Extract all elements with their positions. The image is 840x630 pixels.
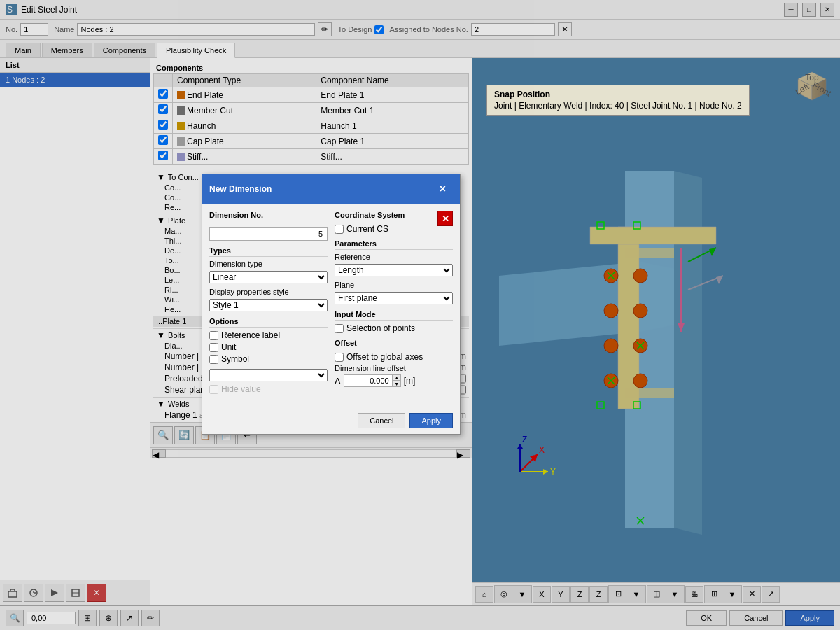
modal-close-button[interactable]: ×: [433, 178, 453, 200]
plane-row: Plane: [335, 281, 453, 289]
modal-body: Dimension No. Types Dimension type Linea…: [202, 204, 460, 407]
new-dimension-dialog: New Dimension × Dimension No.: [202, 174, 461, 435]
modal-left-col: Dimension No. Types Dimension type Linea…: [209, 211, 328, 400]
offset-global-label: Offset to global axes: [346, 352, 423, 362]
hide-value-label-text: Hide value: [221, 384, 261, 394]
dim-line-offset-row: Dimension line offset: [335, 364, 453, 372]
modal-overlay: New Dimension × Dimension No.: [0, 0, 840, 630]
ref-label-row: Reference label: [209, 330, 328, 340]
modal-title-text: New Dimension: [209, 184, 272, 194]
types-title: Types: [209, 246, 328, 257]
dim-line-offset-label: Dimension line offset: [335, 364, 412, 372]
display-style-select[interactable]: Style 1 Style 2: [209, 299, 328, 312]
reference-label: Reference: [335, 253, 412, 261]
modal-right-col: ✕ Coordinate System Current CS Parameter…: [335, 211, 453, 400]
unit-label-text: Unit: [221, 342, 236, 352]
reference-select[interactable]: Length Angle: [335, 264, 453, 276]
dimension-type-label: Dimension type: [209, 260, 286, 268]
symbol-row: Symbol: [209, 354, 328, 364]
dim-line-offset-input-row: Δ ▲ ▼ [m]: [335, 374, 453, 387]
dimension-type-select[interactable]: Linear Angular Arc: [209, 271, 328, 284]
options-section: Options Reference label Unit Symbol: [209, 317, 328, 394]
unit-row: Unit: [209, 342, 328, 352]
current-cs-label: Current CS: [346, 224, 388, 234]
reference-row: Reference: [335, 253, 453, 261]
hide-value-row: Hide value: [209, 384, 328, 394]
unit-checkbox[interactable]: [209, 343, 218, 352]
plane-select[interactable]: First plane Second plane: [335, 292, 453, 304]
hide-value-checkbox[interactable]: [209, 385, 218, 394]
selection-points-row: Selection of points: [335, 323, 453, 333]
dimension-no-title: Dimension No.: [209, 211, 328, 221]
offset-spin-buttons: ▲ ▼: [393, 374, 401, 387]
current-cs-row: Current CS: [335, 224, 453, 234]
modal-two-col: Dimension No. Types Dimension type Linea…: [209, 211, 453, 400]
offset-spin-up[interactable]: ▲: [393, 374, 401, 381]
modal-cancel-button[interactable]: Cancel: [358, 413, 405, 428]
modal-footer: Cancel Apply: [202, 407, 460, 434]
offset-input-group: ▲ ▼: [344, 374, 401, 387]
offset-spin-down[interactable]: ▼: [393, 381, 401, 387]
parameter-delete-button[interactable]: ✕: [438, 211, 453, 226]
current-cs-checkbox[interactable]: [335, 225, 344, 234]
coord-sys-title: Coordinate System: [335, 211, 453, 221]
input-mode-title: Input Mode: [335, 310, 453, 321]
display-style-label: Display properties style: [209, 288, 289, 296]
offset-global-checkbox[interactable]: [335, 353, 344, 362]
parameters-title: Parameters: [335, 239, 453, 250]
symbol-label-text: Symbol: [221, 354, 249, 364]
display-style-row: Display properties style: [209, 288, 328, 296]
ref-label-checkbox[interactable]: [209, 331, 218, 340]
symbol-checkbox[interactable]: [209, 355, 218, 364]
options-title: Options: [209, 317, 328, 328]
offset-section: Offset Offset to global axes Dimension l…: [335, 339, 453, 387]
dimension-no-input[interactable]: [209, 227, 328, 241]
input-mode-section: Input Mode Selection of points: [335, 310, 453, 333]
ref-label-text: Reference label: [221, 330, 280, 340]
modal-apply-button[interactable]: Apply: [410, 413, 453, 428]
offset-title: Offset: [335, 339, 453, 349]
dimension-no-section: Dimension No.: [209, 211, 328, 241]
delta-symbol: Δ: [335, 376, 341, 386]
selection-points-checkbox[interactable]: [335, 324, 344, 333]
offset-global-row: Offset to global axes: [335, 352, 453, 362]
offset-value-input[interactable]: [344, 374, 393, 387]
parameters-section: Parameters Reference Length Angle Plane: [335, 239, 453, 304]
selection-points-label: Selection of points: [346, 323, 415, 333]
coord-sys-section: Coordinate System Current CS: [335, 211, 453, 234]
dimension-type-row: Dimension type: [209, 260, 328, 268]
plane-label: Plane: [335, 281, 412, 289]
options-extra-select[interactable]: [209, 369, 328, 382]
offset-unit: [m]: [404, 376, 416, 386]
types-section: Types Dimension type Linear Angular Arc …: [209, 246, 328, 312]
modal-title-bar: New Dimension ×: [202, 174, 460, 204]
